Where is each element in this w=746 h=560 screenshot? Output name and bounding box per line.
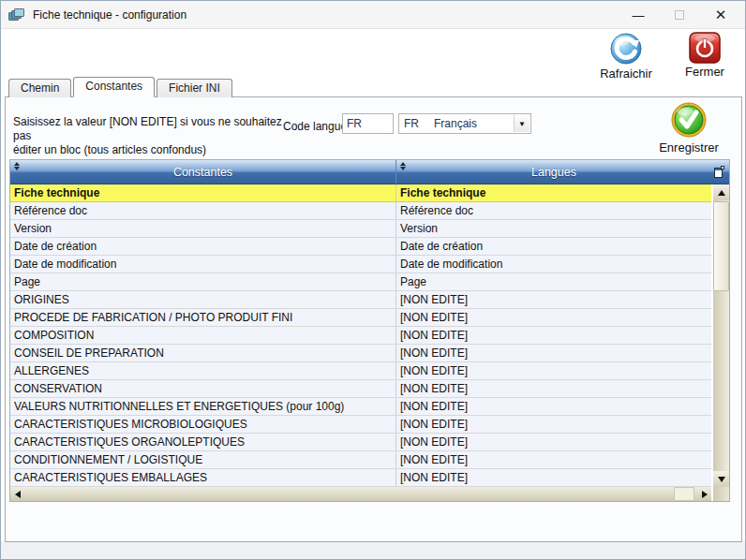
table-cell[interactable]: Fiche technique <box>10 184 396 201</box>
title-bar: Fiche technique - configuration — ✕ <box>1 1 745 29</box>
scroll-up-button[interactable] <box>713 184 729 200</box>
table-row[interactable]: Version Version <box>10 220 711 238</box>
table-row[interactable]: COMPOSITION [NON EDITE] <box>10 327 711 345</box>
table-cell[interactable]: Date de modification <box>10 256 396 273</box>
window-footer <box>1 541 745 559</box>
arrow-left-icon <box>15 491 21 498</box>
table-body: Fiche technique Fiche technique Référenc… <box>10 184 711 487</box>
table-cell[interactable]: Date de création <box>396 238 710 255</box>
table-cell[interactable]: Date de création <box>10 238 396 255</box>
table-cell[interactable]: PROCEDE DE FABRICATION / PHOTO PRODUIT F… <box>10 309 396 326</box>
power-icon <box>689 32 721 64</box>
arrow-right-icon <box>702 491 708 498</box>
table-row[interactable]: Date de création Date de création <box>10 238 711 256</box>
vertical-scrollbar[interactable] <box>713 184 729 487</box>
refresh-button[interactable]: Rafraichir <box>584 32 668 81</box>
minimize-button[interactable]: — <box>618 1 659 29</box>
language-name: Français <box>434 117 477 130</box>
column-chooser-icon <box>714 166 724 178</box>
table-row[interactable]: Page Page <box>10 273 711 291</box>
table-cell[interactable]: ORIGINES <box>10 291 396 308</box>
table-cell[interactable]: Référence doc <box>10 202 396 219</box>
table-row[interactable]: Date de modification Date de modificatio… <box>10 256 711 273</box>
table-header: Constantes Langues <box>10 160 729 184</box>
table-cell[interactable]: [NON EDITE] <box>396 469 710 486</box>
table-row[interactable]: ALLERGENES [NON EDITE] <box>10 362 711 380</box>
table-row[interactable]: CONSERVATION [NON EDITE] <box>10 380 711 398</box>
tab-strip: Chemin Constantes Fichier INI <box>8 77 234 97</box>
scroll-right-button[interactable] <box>697 487 711 501</box>
table-cell[interactable]: CARACTERISTIQUES MICROBIOLOGIQUES <box>10 416 396 433</box>
sort-icon[interactable] <box>399 162 407 170</box>
close-button[interactable]: ✕ <box>700 1 741 29</box>
close-app-button[interactable]: Fermer <box>663 32 746 79</box>
table-cell[interactable]: VALEURS NUTRITIONNELLES ET ENERGETIQUES … <box>10 398 396 415</box>
tab-panel: Saisissez la valeur [NON EDITE] si vous … <box>5 96 742 542</box>
table-cell[interactable]: [NON EDITE] <box>396 291 710 308</box>
table-row[interactable]: PROCEDE DE FABRICATION / PHOTO PRODUIT F… <box>10 309 711 327</box>
constants-table: Constantes Langues Fiche technique Fiche… <box>9 159 730 502</box>
instruction-text: Saisissez la valeur [NON EDITE] si vous … <box>13 115 285 157</box>
tab-chemin[interactable]: Chemin <box>8 79 71 97</box>
table-row[interactable]: Fiche technique Fiche technique <box>10 184 711 202</box>
save-check-icon <box>670 101 708 139</box>
table-row[interactable]: CARACTERISTIQUES EMBALLAGES [NON EDITE] <box>10 469 711 487</box>
column-header-constantes[interactable]: Constantes <box>10 160 396 184</box>
vertical-scroll-thumb[interactable] <box>713 201 729 291</box>
table-cell[interactable]: [NON EDITE] <box>396 416 710 433</box>
tab-fichier-ini[interactable]: Fichier INI <box>157 79 232 97</box>
code-langue-input[interactable] <box>342 113 394 134</box>
table-cell[interactable]: [NON EDITE] <box>396 362 710 379</box>
language-code: FR <box>404 117 434 130</box>
close-app-label: Fermer <box>663 65 746 79</box>
table-cell[interactable]: ALLERGENES <box>10 362 396 379</box>
table-cell[interactable]: Version <box>10 220 396 237</box>
table-cell[interactable]: [NON EDITE] <box>396 327 710 344</box>
sort-icon[interactable] <box>13 162 21 170</box>
table-row[interactable]: CARACTERISTIQUES ORGANOLEPTIQUES [NON ED… <box>10 434 711 451</box>
table-cell[interactable]: [NON EDITE] <box>396 345 710 361</box>
table-cell[interactable]: [NON EDITE] <box>396 451 710 468</box>
table-cell[interactable]: Référence doc <box>396 202 710 219</box>
table-cell[interactable]: [NON EDITE] <box>396 380 710 397</box>
maximize-icon <box>675 10 684 20</box>
save-label: Enregistrer <box>649 140 729 155</box>
toolbar: Rafraichir Fermer <box>1 30 745 77</box>
table-cell[interactable]: CONDITIONNEMENT / LOGISTIQUE <box>10 451 396 468</box>
table-cell[interactable]: [NON EDITE] <box>396 434 710 450</box>
table-row[interactable]: Référence doc Référence doc <box>10 202 711 220</box>
arrow-down-icon <box>718 477 725 482</box>
table-cell[interactable]: Page <box>396 273 710 290</box>
table-row[interactable]: CARACTERISTIQUES MICROBIOLOGIQUES [NON E… <box>10 416 711 434</box>
window-title: Fiche technique - configuration <box>33 8 186 22</box>
table-cell[interactable]: CARACTERISTIQUES EMBALLAGES <box>10 469 396 486</box>
table-cell[interactable]: Fiche technique <box>396 184 710 201</box>
column-chooser-button[interactable] <box>711 160 727 184</box>
table-row[interactable]: CONDITIONNEMENT / LOGISTIQUE [NON EDITE] <box>10 451 711 469</box>
horizontal-scrollbar[interactable] <box>10 487 711 501</box>
chevron-down-icon[interactable]: ▼ <box>514 115 530 132</box>
language-select[interactable]: FR Français ▼ <box>398 113 531 134</box>
app-icon <box>8 7 25 22</box>
scroll-left-button[interactable] <box>10 487 24 501</box>
save-button[interactable]: Enregistrer <box>649 101 729 155</box>
arrow-up-icon <box>718 190 725 196</box>
table-row[interactable]: VALEURS NUTRITIONNELLES ET ENERGETIQUES … <box>10 398 711 416</box>
table-cell[interactable]: Page <box>10 273 396 290</box>
app-window: Fiche technique - configuration — ✕ Rafr… <box>0 0 746 560</box>
table-cell[interactable]: CONSEIL DE PREPARATION <box>10 345 396 361</box>
table-cell[interactable]: Date de modification <box>396 256 710 273</box>
table-row[interactable]: ORIGINES [NON EDITE] <box>10 291 711 309</box>
table-cell[interactable]: [NON EDITE] <box>396 309 710 326</box>
table-cell[interactable]: CONSERVATION <box>10 380 396 397</box>
table-cell[interactable]: Version <box>396 220 710 237</box>
table-cell[interactable]: COMPOSITION <box>10 327 396 344</box>
tab-constantes[interactable]: Constantes <box>73 77 155 97</box>
horizontal-scroll-thumb[interactable] <box>674 487 694 501</box>
column-header-langues[interactable]: Langues <box>396 160 711 184</box>
scroll-down-button[interactable] <box>713 471 729 487</box>
table-cell[interactable]: CARACTERISTIQUES ORGANOLEPTIQUES <box>10 434 396 450</box>
table-row[interactable]: CONSEIL DE PREPARATION [NON EDITE] <box>10 345 711 362</box>
table-cell[interactable]: [NON EDITE] <box>396 398 710 415</box>
maximize-button[interactable] <box>659 1 700 29</box>
